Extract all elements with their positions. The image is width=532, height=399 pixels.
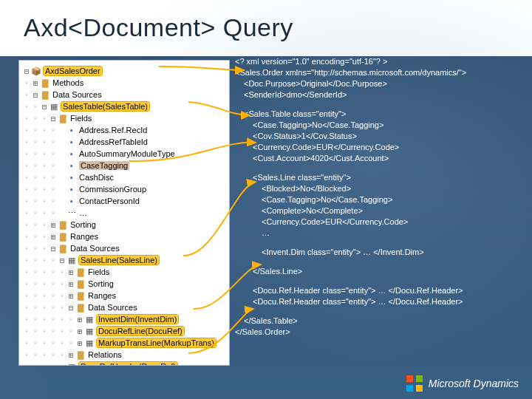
field-icon: ▪ <box>66 197 77 205</box>
folder-icon: ▇ <box>58 220 68 229</box>
tree-label: AutoSummaryModuleType <box>79 149 175 158</box>
expander-icon[interactable]: ⊞ <box>75 339 84 347</box>
expander-icon[interactable]: ⊟ <box>22 67 31 75</box>
expander-icon[interactable]: ⊞ <box>75 327 84 335</box>
tree-row[interactable]: ····⋯… <box>22 207 226 219</box>
table-icon: ▦ <box>66 362 77 365</box>
xml-line: <Sales.Line class="entity"> <box>253 172 519 183</box>
tree-row[interactable]: ·····⊞▇Relations <box>22 349 226 361</box>
expander-icon[interactable]: ⊞ <box>66 351 75 359</box>
tree-view: ⊟📦AxdSalesOrder·⊞▇Methods·⊟▇Data Sources… <box>19 61 229 365</box>
xml-line: <SenderId>dmo</SenderId> <box>244 89 519 100</box>
tree-row[interactable]: ⊟📦AxdSalesOrder <box>22 65 226 77</box>
expander-icon[interactable]: ⊟ <box>49 245 58 253</box>
xml-line <box>235 258 519 266</box>
tree-row[interactable]: ······⊞▦MarkupTransLine(MarkupTrans) <box>22 337 226 349</box>
xml-line: <Sales.Order xmlns="http://schemas.micro… <box>235 67 519 78</box>
tree-row[interactable]: ·····⊞▇Sorting <box>22 278 226 290</box>
tree-row[interactable]: ····▪CommissionGroup <box>22 183 226 195</box>
xml-line: <Docu.Ref.Header class="entity"> … </Doc… <box>253 285 519 296</box>
expander-icon[interactable]: ⊟ <box>58 256 66 265</box>
field-icon: ▪ <box>66 149 77 158</box>
tree-label: Relations <box>88 350 122 359</box>
xml-line: <Sales.Table class="entity"> <box>244 109 519 120</box>
tree-label: ContactPersonId <box>79 197 140 205</box>
folder-icon: ▇ <box>75 350 86 359</box>
tree-row[interactable]: ··⊟▦SalesTable(SalesTable) <box>22 100 226 112</box>
xml-line: … <box>262 228 519 239</box>
xml-line: <Complete>No</Complete> <box>262 205 519 216</box>
xml-line: </Sales.Line> <box>253 266 519 277</box>
tree-label: MarkupTransLine(MarkupTrans) <box>97 338 216 347</box>
xml-line <box>235 100 519 109</box>
tree-label: Address.Ref.RecId <box>79 126 147 134</box>
folder-icon: ▇ <box>58 232 68 241</box>
xml-line: <Docu.Ref.Header class="entity"> … </Doc… <box>253 296 519 307</box>
expander-icon[interactable]: ⊟ <box>40 103 49 111</box>
expander-icon[interactable]: ⊞ <box>66 280 75 288</box>
expander-icon[interactable]: ⊟ <box>49 115 58 123</box>
xml-line: <Doc.Purpose>Original</Doc.Purpose> <box>244 78 519 89</box>
table-icon: ▦ <box>84 327 95 335</box>
tree-row[interactable]: ······⊞▦DocuRefLine(DocuRef) <box>22 325 226 337</box>
ellipsis-icon: ⋯ <box>66 208 77 217</box>
tree-label: CommissionGroup <box>79 185 146 194</box>
tree-label: DocuRefHeader(DocuRef) <box>79 362 177 365</box>
tree-row[interactable]: ······⊞▦InventDim(InventDim) <box>22 313 226 325</box>
xml-line: <Currency.Code>EUR</Currency.Code> <box>253 142 519 153</box>
xml-line: <Cov.Status>1</Cov.Status> <box>253 131 519 142</box>
expander-icon[interactable]: ⊞ <box>66 268 75 276</box>
tree-label: Fields <box>70 114 92 123</box>
slide: Axd<Document> Query ⊟📦AxdSalesOrder·⊞▇Me… <box>0 0 532 399</box>
tree-label: CashDisc <box>79 173 114 182</box>
tree-row[interactable]: ···⊞▇Ranges <box>22 231 226 242</box>
xml-line: <Invent.Dim class="entity"> … </Invent.D… <box>262 247 519 258</box>
table-icon: ▦ <box>84 338 95 347</box>
tree-row[interactable]: ····▪AddressRefTableId <box>22 136 226 148</box>
expander-icon[interactable]: ⊟ <box>31 91 40 99</box>
xml-line <box>235 277 519 285</box>
xml-line: </Sales.Order> <box>235 327 519 338</box>
tree-row[interactable]: ···⊟▇Data Sources <box>22 242 226 254</box>
xml-line <box>235 307 519 316</box>
expander-icon[interactable]: ⊞ <box>75 316 84 324</box>
tree-row[interactable]: ····▪Address.Ref.RecId <box>22 124 226 136</box>
tree-row[interactable]: ·····⊟▇Data Sources <box>22 301 226 313</box>
tree-row[interactable]: ···⊞▇Sorting <box>22 219 226 231</box>
field-icon: ▪ <box>66 173 77 182</box>
tree-row[interactable]: ····⊟▦SalesLine(SalesLine) <box>22 254 226 266</box>
tree-row[interactable]: ·⊞▇Methods <box>22 77 226 89</box>
expander-icon[interactable]: ⊞ <box>49 221 58 229</box>
tree-label: CaseTagging <box>79 161 129 170</box>
brand-logo: Microsoft Dynamics <box>406 375 519 392</box>
xml-line: <Blocked>No</Blocked> <box>262 183 519 194</box>
package-icon: 📦 <box>31 66 41 75</box>
folder-icon: ▇ <box>75 303 86 312</box>
xml-line <box>235 164 519 172</box>
tree-row[interactable]: ·⊟▇Data Sources <box>22 89 226 100</box>
tree-label: … <box>79 208 87 217</box>
tree-label: Sorting <box>88 279 114 288</box>
expander-icon[interactable]: ⊞ <box>66 292 75 300</box>
field-icon: ▪ <box>66 185 77 194</box>
expander-icon[interactable]: ⊞ <box>58 363 66 366</box>
tree-label: Data Sources <box>88 303 137 312</box>
tree-label: SalesTable(SalesTable) <box>61 102 149 111</box>
tree-label: Data Sources <box>52 90 102 99</box>
tree-row[interactable]: ····▪CaseTagging <box>22 160 226 171</box>
expander-icon[interactable]: ⊞ <box>31 79 40 87</box>
tree-row[interactable]: ····⊞▦DocuRefHeader(DocuRef) <box>22 361 226 365</box>
folder-icon: ▇ <box>75 279 86 288</box>
tree-row[interactable]: ····▪CashDisc <box>22 171 226 183</box>
tree-label: Methods <box>52 78 83 87</box>
expander-icon[interactable]: ⊟ <box>66 304 75 312</box>
tree-row[interactable]: ·····⊞▇Ranges <box>22 290 226 301</box>
folder-icon: ▇ <box>58 244 68 253</box>
tree-row[interactable]: ·····⊞▇Fields <box>22 266 226 278</box>
tree-label: AxdSalesOrder <box>44 66 102 75</box>
tree-row[interactable]: ···⊟▇Fields <box>22 112 226 124</box>
tree-row[interactable]: ····▪ContactPersonId <box>22 195 226 207</box>
tree-row[interactable]: ····▪AutoSummaryModuleType <box>22 148 226 160</box>
folder-icon: ▇ <box>40 78 50 87</box>
expander-icon[interactable]: ⊞ <box>49 233 58 241</box>
